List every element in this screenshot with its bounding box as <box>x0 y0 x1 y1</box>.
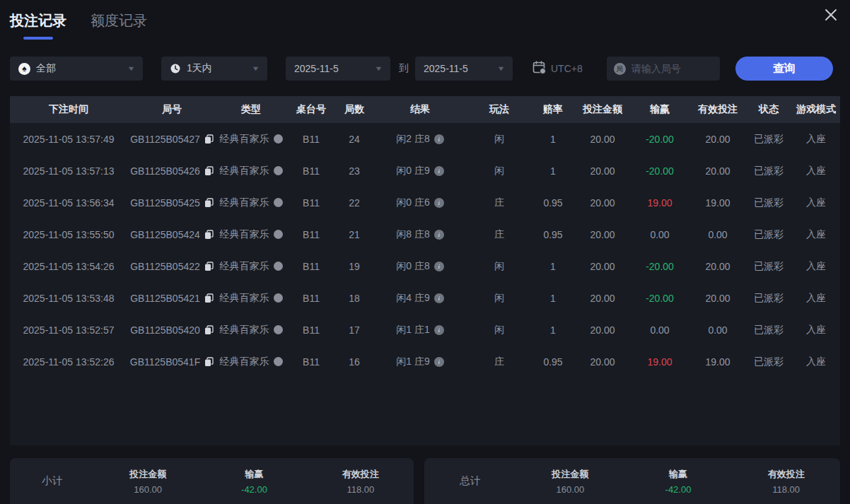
copy-icon[interactable] <box>204 134 214 144</box>
timezone-indicator[interactable]: UTC+8 <box>532 61 583 77</box>
round-badge-icon: 局 <box>614 63 626 75</box>
subtotal-bet-amount: 投注金额 160.00 <box>95 468 201 495</box>
info-icon[interactable]: i <box>434 134 444 144</box>
info-icon[interactable]: i <box>434 166 444 176</box>
info-icon[interactable]: i <box>434 262 444 271</box>
cell-play: 闲 <box>468 250 530 282</box>
header-table-no: 桌台号 <box>286 96 337 123</box>
header-bet-amount: 投注金额 <box>576 96 629 123</box>
close-icon[interactable] <box>820 4 842 25</box>
cell-play: 闲 <box>468 123 530 155</box>
cell-play: 庄 <box>468 218 530 250</box>
video-icon[interactable] <box>274 325 283 334</box>
date-from-picker[interactable]: 2025-11-5 ▼ <box>286 57 390 81</box>
cell-win-loss: 19.00 <box>629 187 690 218</box>
cell-status: 已派彩 <box>745 250 792 282</box>
cell-play: 闲 <box>468 314 530 346</box>
filter-bar: ♠ 全部 ▼ 1天内 ▼ 2025-11-5 ▼ 到 2025-11-5 ▼ U… <box>10 57 840 81</box>
cell-bet-time: 2025-11-05 13:52:57 <box>10 314 127 346</box>
copy-icon[interactable] <box>204 262 214 271</box>
cell-bet-amount: 20.00 <box>576 282 629 314</box>
copy-icon[interactable] <box>204 198 214 208</box>
date-to-picker[interactable]: 2025-11-5 ▼ <box>415 57 513 81</box>
cell-result: 闲8 庄8 i <box>372 218 468 250</box>
header-play: 玩法 <box>468 96 530 123</box>
date-to-value: 2025-11-5 <box>424 63 468 74</box>
total-bet-amount: 投注金额 160.00 <box>516 468 624 495</box>
cell-round-id: GB1125B05422 <box>127 250 216 282</box>
cell-game-type: 经典百家乐 <box>216 250 286 282</box>
query-button[interactable]: 查询 <box>735 57 833 81</box>
cell-round-id: GB1125B05427 <box>127 123 216 155</box>
video-icon[interactable] <box>274 134 283 143</box>
cell-game-type: 经典百家乐 <box>216 123 286 155</box>
active-tab-underline <box>23 37 53 40</box>
cell-game-type: 经典百家乐 <box>216 155 286 187</box>
game-type-value: 全部 <box>36 62 56 75</box>
cell-round-no: 16 <box>337 346 372 377</box>
time-range-select[interactable]: 1天内 ▼ <box>161 57 267 81</box>
table-row: 2025-11-05 13:52:57 GB1125B05420 经典百家乐 B… <box>10 314 840 346</box>
header-valid-bet: 有效投注 <box>690 96 745 123</box>
video-icon[interactable] <box>274 357 283 366</box>
cell-round-no: 22 <box>337 187 372 218</box>
copy-icon[interactable] <box>204 357 214 367</box>
cell-game-type: 经典百家乐 <box>216 282 286 314</box>
cell-bet-time: 2025-11-05 13:56:34 <box>10 187 127 218</box>
cell-odds: 1 <box>530 123 576 155</box>
info-icon[interactable]: i <box>434 325 444 335</box>
video-icon[interactable] <box>274 262 283 271</box>
cell-win-loss: -20.00 <box>629 250 690 282</box>
cell-status: 已派彩 <box>745 218 792 250</box>
subtotal-valid-bet: 有效投注 118.00 <box>308 468 414 495</box>
info-icon[interactable]: i <box>434 357 444 367</box>
cell-table-no: B11 <box>286 314 337 346</box>
cell-table-no: B11 <box>286 155 337 187</box>
timezone-value: UTC+8 <box>551 63 583 74</box>
video-icon[interactable] <box>274 230 283 239</box>
tab-quota-records[interactable]: 额度记录 <box>91 11 147 40</box>
table-row: 2025-11-05 13:55:50 GB1125B05424 经典百家乐 B… <box>10 218 840 250</box>
round-number-input[interactable] <box>631 63 713 74</box>
chevron-down-icon: ▼ <box>374 65 383 72</box>
date-to-label: 到 <box>399 62 409 75</box>
cell-bet-amount: 20.00 <box>576 218 629 250</box>
cell-round-no: 23 <box>337 155 372 187</box>
cell-odds: 1 <box>530 282 576 314</box>
cell-win-loss: -20.00 <box>629 123 690 155</box>
cell-result: 闲0 庄8 i <box>372 250 468 282</box>
cell-bet-amount: 20.00 <box>576 314 629 346</box>
cell-round-id: GB1125B05425 <box>127 187 216 218</box>
info-icon[interactable]: i <box>434 293 444 303</box>
copy-icon[interactable] <box>204 293 214 303</box>
total-panel: 总计 投注金额 160.00 输赢 -42.00 有效投注 118.00 <box>424 458 840 504</box>
header-odds: 赔率 <box>530 96 576 123</box>
info-icon[interactable]: i <box>434 198 444 208</box>
copy-icon[interactable] <box>204 325 214 335</box>
video-icon[interactable] <box>274 293 283 303</box>
table-row: 2025-11-05 13:57:13 GB1125B05426 经典百家乐 B… <box>10 155 840 187</box>
cell-valid-bet: 20.00 <box>690 155 745 187</box>
cell-bet-amount: 20.00 <box>576 187 629 218</box>
info-icon[interactable]: i <box>434 230 444 240</box>
cell-round-id: GB1125B0541F <box>127 346 216 377</box>
cell-valid-bet: 0.00 <box>690 218 745 250</box>
cell-table-no: B11 <box>286 187 337 218</box>
header-game-mode: 游戏模式 <box>792 96 840 123</box>
video-icon[interactable] <box>274 166 283 175</box>
cell-round-id: GB1125B05420 <box>127 314 216 346</box>
game-type-select[interactable]: ♠ 全部 ▼ <box>10 57 143 81</box>
copy-icon[interactable] <box>204 230 214 240</box>
cell-result: 闲1 庄9 i <box>372 346 468 377</box>
copy-icon[interactable] <box>204 166 214 176</box>
video-icon[interactable] <box>274 198 283 207</box>
cell-bet-amount: 20.00 <box>576 250 629 282</box>
round-number-field: 局 <box>607 57 720 81</box>
cell-play: 庄 <box>468 346 530 377</box>
cell-status: 已派彩 <box>745 187 792 218</box>
chevron-down-icon: ▼ <box>127 65 135 72</box>
spade-icon: ♠ <box>18 63 30 75</box>
tab-bet-records[interactable]: 投注记录 <box>10 11 66 40</box>
header-result: 结果 <box>372 96 468 123</box>
cell-round-id: GB1125B05426 <box>127 155 216 187</box>
